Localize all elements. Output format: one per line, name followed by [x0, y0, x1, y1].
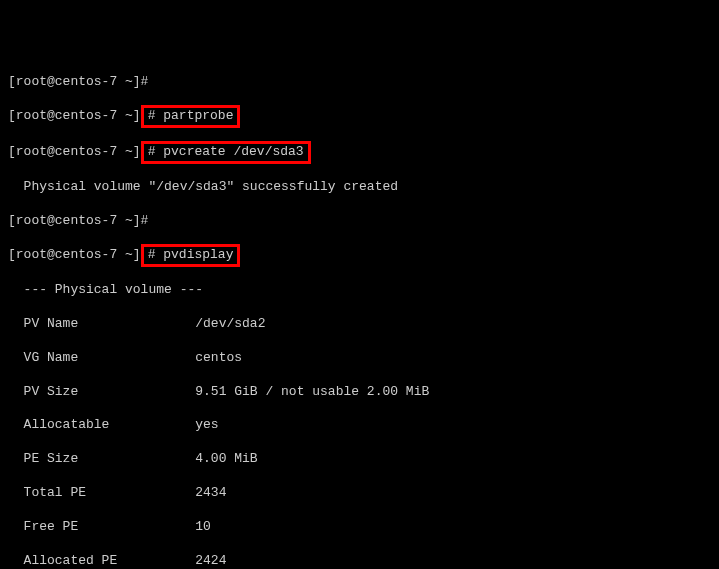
command-line: [root@centos-7 ~]# pvdisplay	[8, 246, 711, 265]
shell-prompt: [root@centos-7 ~]#	[8, 74, 148, 89]
command-text[interactable]: # pvdisplay	[148, 247, 234, 262]
command-line: [root@centos-7 ~]# partprobe	[8, 107, 711, 126]
field-value: centos	[195, 350, 242, 365]
field-label: PV Name	[8, 316, 195, 331]
total-pe-row: Total PE 2434	[8, 485, 711, 502]
field-value: 10	[195, 519, 211, 534]
command-line: [root@centos-7 ~]# pvcreate /dev/sda3	[8, 143, 711, 162]
pv-name-row: PV Name /dev/sda2	[8, 316, 711, 333]
free-pe-row: Free PE 10	[8, 519, 711, 536]
prompt-line: [root@centos-7 ~]#	[8, 213, 711, 230]
highlight-pvcreate: # pvcreate /dev/sda3	[141, 141, 311, 164]
field-label: VG Name	[8, 350, 195, 365]
field-value: 2424	[195, 553, 226, 568]
allocatable-row: Allocatable yes	[8, 417, 711, 434]
field-label: PE Size	[8, 451, 195, 466]
command-text[interactable]: # partprobe	[148, 108, 234, 123]
command-text[interactable]: # pvcreate /dev/sda3	[148, 144, 304, 159]
highlight-partprobe: # partprobe	[141, 105, 241, 128]
prompt-line: [root@centos-7 ~]#	[8, 74, 711, 91]
field-value: 4.00 MiB	[195, 451, 257, 466]
output-line: Physical volume "/dev/sda3" successfully…	[8, 179, 711, 196]
pv-size-row: PV Size 9.51 GiB / not usable 2.00 MiB	[8, 384, 711, 401]
shell-prompt: [root@centos-7 ~]	[8, 108, 141, 123]
field-value: /dev/sda2	[195, 316, 265, 331]
vg-name-row: VG Name centos	[8, 350, 711, 367]
allocated-pe-row: Allocated PE 2424	[8, 553, 711, 570]
highlight-pvdisplay: # pvdisplay	[141, 244, 241, 267]
field-label: Allocatable	[8, 417, 195, 432]
field-label: Total PE	[8, 485, 195, 500]
shell-prompt: [root@centos-7 ~]	[8, 144, 141, 159]
shell-prompt: [root@centos-7 ~]#	[8, 213, 148, 228]
shell-prompt: [root@centos-7 ~]	[8, 247, 141, 262]
field-value: yes	[195, 417, 218, 432]
field-label: Allocated PE	[8, 553, 195, 568]
field-value: 2434	[195, 485, 226, 500]
field-label: Free PE	[8, 519, 195, 534]
output-header: --- Physical volume ---	[8, 282, 711, 299]
field-value: 9.51 GiB / not usable 2.00 MiB	[195, 384, 429, 399]
pe-size-row: PE Size 4.00 MiB	[8, 451, 711, 468]
field-label: PV Size	[8, 384, 195, 399]
